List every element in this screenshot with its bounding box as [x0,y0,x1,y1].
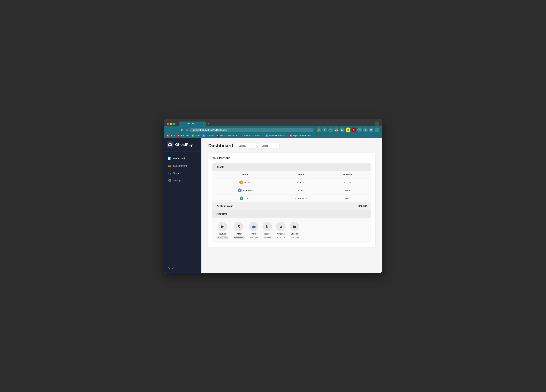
profile-btn[interactable]: M [369,127,374,132]
ext6-btn[interactable]: ⊞ [363,127,368,132]
bookmark-remix[interactable]: R Remix – Ethereum... [217,134,238,137]
table-row: $ USDT $1.0001426 0.01 [215,195,368,203]
youtube-icon: ▶ [221,224,224,229]
support-icon: 🎧 [168,171,171,175]
share-icon-btn[interactable]: ⬆ [322,127,327,132]
usdt-icon: $ [240,196,243,200]
sidebar-social-links: 𝕏 ⬡ [164,264,202,273]
logo-text: GhostPay [175,143,193,147]
address-input[interactable]: localhost:3000/ghostPayDashboard [189,128,313,132]
bookmark-sepolia-tx[interactable]: S Sepolia Transactio... [241,134,263,137]
platforms-header: Platforms [212,210,371,218]
amazon-name: Amazon [277,233,285,235]
svg-point-2 [170,144,171,145]
settings-icon: ⚙️ [168,179,171,182]
platform-netflix[interactable]: N Netflix Subscribe [262,222,272,239]
bookmark-eth-faucet[interactable]: E Ethereum Faucet f... [266,134,287,137]
col-balance: Balance [327,171,368,178]
select-dropdown-1[interactable]: Select... ▾ [236,143,256,149]
portfolio-value-amount: $96.789 [358,205,367,207]
address-bar-row: ← → ↻ 🔒 localhost:3000/ghostPayDashboard… [164,126,382,134]
sidebar-item-settings[interactable]: ⚙️ Settings [164,177,202,184]
bookmark-maps[interactable]: M Maps [192,134,200,137]
star-icon-btn[interactable]: ☆ [328,127,333,132]
app-container: GhostPay 📊 Dashboard 💳 Subscriptions 🎧 S… [164,138,382,273]
support-label: Support [173,172,182,175]
bookmarks-bar: G Gmail ▶ YouTube M Maps T Translate R R… [164,134,382,138]
key-icon-btn[interactable]: 🔑 [317,127,321,132]
portfolio-heading: Your Portfolio [212,157,371,160]
back-button[interactable]: ← [167,128,171,132]
ext5-btn[interactable]: 🧩 [357,127,362,132]
table-row: ⟠ Ethereum $1916 0.05 [215,186,368,195]
subscribe-text: Subscribe [263,236,272,238]
twitter-icon-circle: 𝕏 [234,222,244,231]
eth-icon: ⟠ [238,189,242,192]
sidebar-item-subscriptions[interactable]: 💳 Subscriptions [164,163,202,169]
tabs-row: Ghost Pay × + [179,122,211,126]
portfolio-value-label: Portfolio Value [216,205,233,207]
ext3-btn[interactable]: YT [346,127,350,132]
ext2-btn[interactable]: 27 [340,127,344,132]
linkedin-name: Linkedin [291,233,298,235]
refresh-button[interactable]: ↻ [180,128,184,132]
main-content: Dashboard Select... ▾ Select... ▾ Your P… [202,138,382,273]
linkedin-icon-circle: in [290,222,299,231]
tab-favicon [181,123,183,125]
bookmark-youtube[interactable]: ▶ YouTube [178,134,189,137]
bookmark-translate[interactable]: T Translate [202,134,214,137]
settings-label: Settings [173,179,182,182]
amazon-icon: a [280,225,282,229]
platform-linkedin[interactable]: in Linkedin Subscribe [290,222,299,239]
traffic-light-close[interactable] [167,123,169,125]
twitch-icon-circle: 📺 [249,222,258,231]
browser-menu-btn[interactable]: ⋮ [375,121,379,126]
sepolia-tx-favicon: S [241,134,244,137]
subscriptions-label: Subscriptions [173,164,188,167]
subscribed-badge: Subscribed [216,236,228,239]
bookmark-sepolia-pow[interactable]: ⛏ Sepolia PoW Faucet [290,134,311,137]
platform-twitch[interactable]: 📺 Twitch Subscribe [249,222,258,239]
amazon-icon-circle: a [276,222,286,231]
sidebar-item-dashboard[interactable]: 📊 Dashboard [164,155,202,162]
more-btn[interactable]: ⋮ [375,127,379,132]
btc-icon: ₿ [239,181,243,184]
tab-label: Ghost Pay [185,123,195,125]
assets-table-wrapper: Token Price Balance ₿ Bitcoin $30.220 [212,171,371,202]
gmail-favicon: G [167,134,169,137]
traffic-light-maximize[interactable] [173,123,175,125]
sidebar: GhostPay 📊 Dashboard 💳 Subscriptions 🎧 S… [164,138,202,273]
subscribe-text: Subscribe [249,236,258,238]
platform-twitter[interactable]: 𝕏 Twitter Subscribed [233,222,245,239]
portfolio-card: Assets Token Price Balance [212,163,371,243]
subscribe-text: Subscribe [277,236,285,238]
traffic-lights [167,123,175,125]
price-cell-btc: $30.220 [275,178,327,186]
platforms-label: Platforms [216,212,228,215]
browser-tab-active[interactable]: Ghost Pay × [179,122,206,126]
portfolio-section: Your Portfolio Assets Token Price [208,153,375,247]
col-token: Token [215,171,275,178]
price-cell-usdt: $1.0001426 [275,195,327,203]
platform-youtube[interactable]: ▶ Youtube Subscribed [216,222,228,239]
twitter-social-link[interactable]: 𝕏 [168,267,170,270]
netflix-icon-circle: N [262,222,272,231]
sidebar-item-support[interactable]: 🎧 Support [164,170,202,176]
new-tab-button[interactable]: + [206,122,211,126]
bookmark-gmail[interactable]: G Gmail [167,134,175,137]
assets-label: Assets [216,166,224,168]
ext4-btn[interactable]: C [351,127,356,132]
platform-amazon[interactable]: a Amazon Subscribe [276,222,286,239]
forward-button[interactable]: → [173,128,178,132]
select-dropdown-2[interactable]: Select... ▾ [259,143,280,149]
assets-table: Token Price Balance ₿ Bitcoin $30.220 [215,171,368,202]
ext1-btn[interactable]: 🦊 [334,127,339,132]
browser-window: Ghost Pay × + ⋮ ← → ↻ 🔒 localhost:3000/g… [164,119,382,273]
netflix-icon: N [266,225,268,229]
tab-close-button[interactable]: × [203,123,204,125]
table-row: ₿ Bitcoin $30.220 0.0324 [215,178,368,186]
traffic-light-minimize[interactable] [170,123,172,125]
ghost-logo-icon [167,141,174,148]
github-social-link[interactable]: ⬡ [172,267,174,270]
translate-favicon: T [202,134,205,137]
